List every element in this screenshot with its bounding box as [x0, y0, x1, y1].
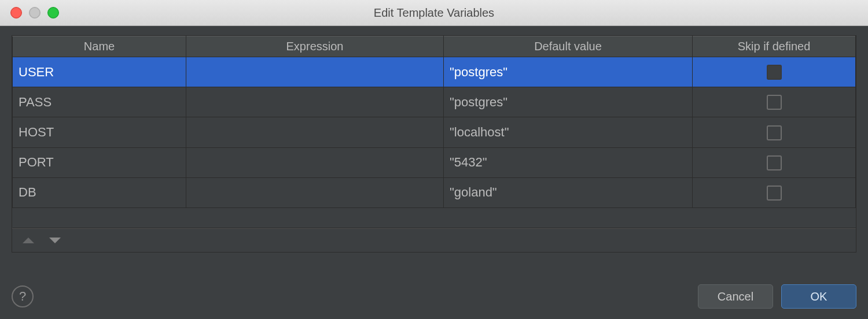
col-header-expression[interactable]: Expression [186, 36, 444, 57]
cell-default[interactable]: "postgres" [444, 57, 693, 87]
table-row[interactable]: DB "goland" [13, 177, 856, 207]
zoom-window-button[interactable] [47, 7, 59, 18]
col-header-skip[interactable]: Skip if defined [693, 36, 856, 57]
table-header-row: Name Expression Default value Skip if de… [13, 36, 856, 57]
cell-default[interactable]: "goland" [444, 177, 693, 207]
cell-default[interactable]: "postgres" [444, 87, 693, 117]
cell-default[interactable]: "localhost" [444, 117, 693, 147]
cell-expression[interactable] [186, 87, 444, 117]
dialog-content: Name Expression Default value Skip if de… [0, 26, 868, 253]
cell-skip[interactable] [693, 177, 856, 207]
cancel-button[interactable]: Cancel [698, 284, 773, 309]
window-title: Edit Template Variables [0, 6, 868, 20]
skip-checkbox[interactable] [767, 125, 782, 140]
cell-expression[interactable] [186, 57, 444, 87]
skip-checkbox[interactable] [767, 65, 782, 80]
cell-expression[interactable] [186, 117, 444, 147]
move-down-button[interactable] [49, 238, 61, 243]
cell-expression[interactable] [186, 147, 444, 177]
col-header-name[interactable]: Name [13, 36, 186, 57]
variables-table: Name Expression Default value Skip if de… [12, 36, 856, 228]
skip-checkbox[interactable] [767, 95, 782, 110]
skip-checkbox[interactable] [767, 186, 782, 201]
titlebar: Edit Template Variables [0, 0, 868, 26]
table-row[interactable]: PORT "5432" [13, 147, 856, 177]
cell-name[interactable]: PASS [13, 87, 186, 117]
close-window-button[interactable] [10, 7, 22, 18]
cell-skip[interactable] [693, 147, 856, 177]
cell-skip[interactable] [693, 117, 856, 147]
table-row[interactable]: PASS "postgres" [13, 87, 856, 117]
cell-name[interactable]: PORT [13, 147, 186, 177]
table-row[interactable]: USER "postgres" [13, 57, 856, 87]
variables-table-container: Name Expression Default value Skip if de… [12, 35, 856, 253]
help-button[interactable]: ? [12, 285, 34, 307]
table-empty-row [13, 207, 856, 228]
minimize-window-button[interactable] [29, 7, 41, 18]
col-header-default[interactable]: Default value [444, 36, 693, 57]
reorder-toolbar [12, 228, 856, 252]
table-row[interactable]: HOST "localhost" [13, 117, 856, 147]
cell-skip[interactable] [693, 57, 856, 87]
window-controls [10, 7, 59, 18]
cell-name[interactable]: DB [13, 177, 186, 207]
cell-default[interactable]: "5432" [444, 147, 693, 177]
ok-button[interactable]: OK [781, 284, 856, 309]
cell-name[interactable]: HOST [13, 117, 186, 147]
move-up-button[interactable] [23, 238, 34, 243]
cell-expression[interactable] [186, 177, 444, 207]
dialog-footer: ? Cancel OK [0, 274, 868, 319]
cell-name[interactable]: USER [13, 57, 186, 87]
cell-skip[interactable] [693, 87, 856, 117]
skip-checkbox[interactable] [767, 155, 782, 170]
